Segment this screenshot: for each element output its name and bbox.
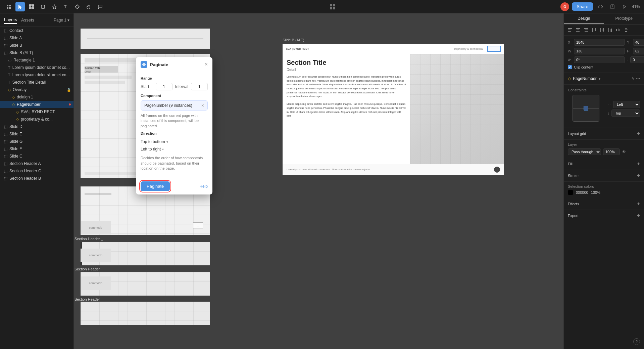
assets-tab[interactable]: Assets — [21, 16, 34, 24]
canvas-area[interactable]: Section Title Detail ... Section Header … — [74, 13, 563, 349]
right-tabs: Design Prototype — [564, 13, 644, 25]
shape-tool[interactable] — [38, 2, 48, 11]
layer-rectangle-1[interactable]: ▭ Rectangle 1 — [0, 56, 73, 64]
help-link[interactable]: Help — [199, 184, 208, 189]
layer-slide-f[interactable]: ⬚ Slide F — [0, 145, 73, 152]
prototype-tab[interactable]: Prototype — [604, 13, 644, 24]
layer-section-title[interactable]: T Section Title Detail — [0, 79, 73, 86]
direction-label: Direction — [141, 131, 208, 135]
svg-rect-27 — [592, 28, 593, 32]
opacity-input[interactable] — [603, 148, 620, 155]
section-header-label-1: Section Header _ — [75, 237, 103, 241]
section-header-label-3: Section Header — [75, 297, 100, 301]
color-swatch[interactable] — [568, 190, 573, 195]
layer-slide-d[interactable]: ⬚ Slide D — [0, 123, 73, 130]
svg-rect-38 — [620, 29, 620, 31]
align-bottom-icon[interactable] — [607, 27, 613, 33]
comment-tool[interactable] — [95, 2, 105, 11]
layer-section-header-b[interactable]: ⬚ Section Header B — [0, 175, 73, 182]
svg-rect-35 — [611, 29, 612, 32]
vertical-constraint-select[interactable]: Top Bottom Center Scale — [611, 110, 640, 117]
modal-close-button[interactable]: × — [205, 61, 208, 68]
component-chip-label: PageNumber (9 instances) — [144, 103, 201, 108]
svg-text:T: T — [64, 4, 67, 9]
export-section: Export + — [564, 210, 644, 221]
layer-slide-b-alt[interactable]: ⬚ Slide B (ALT) — [0, 49, 73, 56]
slide-thumb-section-3[interactable] — [81, 302, 210, 325]
h-input[interactable] — [633, 48, 644, 54]
distribute-v-icon[interactable] — [623, 27, 630, 33]
page-indicator[interactable]: Page 1 ▾ — [54, 18, 69, 23]
w-input[interactable] — [574, 48, 625, 54]
layer-slide-c[interactable]: ⬚ Slide C — [0, 152, 73, 160]
add-stroke-button[interactable]: + — [637, 173, 640, 179]
share-button[interactable]: Share — [572, 2, 593, 11]
more-options-icon[interactable]: ••• — [636, 77, 640, 81]
layer-lorem-1[interactable]: T Lorem ipsum dolor sit amet co... — [0, 64, 73, 71]
design-tab[interactable]: Design — [564, 13, 604, 24]
large-slide[interactable]: SVA | BYND RECT proprietary & confidenti… — [283, 44, 504, 175]
modal-footer: Paginate Help — [136, 178, 212, 194]
text-tool[interactable]: T — [61, 2, 70, 11]
corner-input[interactable] — [630, 56, 644, 63]
add-layout-grid-button[interactable]: + — [637, 131, 640, 137]
play-icon[interactable] — [620, 2, 629, 11]
layer-delaign[interactable]: ◇ delaign 1 — [0, 93, 73, 101]
align-center-icon[interactable] — [575, 27, 581, 33]
move-tool[interactable] — [15, 2, 25, 11]
horizontal-constraint-select[interactable]: Left Right Center Scale — [613, 101, 640, 108]
component-tool[interactable] — [72, 2, 82, 11]
start-input[interactable] — [156, 83, 172, 90]
layer-section-header-a[interactable]: ⬚ Section Header A — [0, 160, 73, 167]
layer-overlay[interactable]: ◇ Overlay 🔒 — [0, 86, 73, 93]
blend-mode-select[interactable]: Pass through Normal Multiply Screen — [568, 148, 601, 155]
layer-slide-a[interactable]: ⬚ Slide A — [0, 34, 73, 42]
layer-lorem-2[interactable]: T Lorem ipsum dolor sit amet co... — [0, 71, 73, 79]
modal-body: Range Start Interval Component PageNumbe… — [136, 72, 212, 178]
book-icon[interactable] — [608, 2, 617, 11]
code-icon[interactable] — [596, 2, 605, 11]
layer-slide-g[interactable]: ⬚ Slide G — [0, 138, 73, 145]
add-effect-button[interactable]: + — [637, 201, 640, 207]
layer-contact[interactable]: ⬚ Contact — [0, 27, 73, 34]
rotation-input[interactable] — [574, 56, 625, 63]
zoom-level[interactable]: 41% — [632, 4, 640, 9]
y-input[interactable] — [633, 39, 644, 46]
edit-component-icon[interactable]: ✎ — [632, 77, 635, 81]
left-right-option[interactable]: Left to right ▾ — [141, 145, 208, 153]
clip-content-checkbox[interactable] — [568, 65, 572, 69]
add-fill-button[interactable]: + — [637, 161, 640, 167]
top-bottom-option[interactable]: Top to bottom ▾ — [141, 138, 208, 145]
paginate-button[interactable]: Paginate — [141, 181, 170, 191]
distribute-h-icon[interactable] — [615, 27, 622, 33]
interval-input[interactable] — [191, 83, 208, 90]
hand-tool[interactable] — [84, 2, 93, 11]
pen-tool[interactable] — [50, 2, 59, 11]
selection-colors-title: Selection colors — [568, 184, 640, 188]
layer-pagenumber[interactable]: ◇ PageNumber — [0, 101, 73, 108]
frame-icon: ⬚ — [4, 29, 7, 33]
add-export-button[interactable]: + — [637, 213, 640, 219]
layer-section-header-c[interactable]: ⬚ Section Header C — [0, 167, 73, 175]
align-left-icon[interactable] — [566, 27, 573, 33]
x-input[interactable] — [574, 39, 625, 46]
slide-thumb-1[interactable] — [81, 29, 210, 49]
align-right-icon[interactable] — [583, 27, 589, 33]
menu-button[interactable] — [4, 2, 13, 11]
constraint-v-icon: ↕ — [608, 112, 609, 115]
component-chip-close[interactable]: × — [201, 103, 204, 108]
help-icon[interactable]: ? — [633, 338, 640, 345]
constraints-section: Constraints ↔ Left Right Center Scale — [564, 85, 644, 128]
frame-tool[interactable] — [27, 2, 36, 11]
layers-tab[interactable]: Layers — [4, 16, 17, 24]
layer-slide-b[interactable]: ⬚ Slide B — [0, 42, 73, 49]
svg-rect-40 — [625, 30, 628, 30]
layer-slide-e[interactable]: ⬚ Slide E — [0, 130, 73, 138]
page-number-circle: 1 — [494, 167, 500, 173]
align-middle-icon[interactable] — [599, 27, 605, 33]
layer-proprietary[interactable]: ◇ proprietary & co... — [0, 116, 73, 123]
layer-sva[interactable]: ◇ SVA | BYND RECT — [0, 108, 73, 116]
svg-rect-12 — [330, 7, 332, 9]
align-top-icon[interactable] — [591, 27, 597, 33]
visibility-icon[interactable]: 👁 — [622, 149, 626, 154]
